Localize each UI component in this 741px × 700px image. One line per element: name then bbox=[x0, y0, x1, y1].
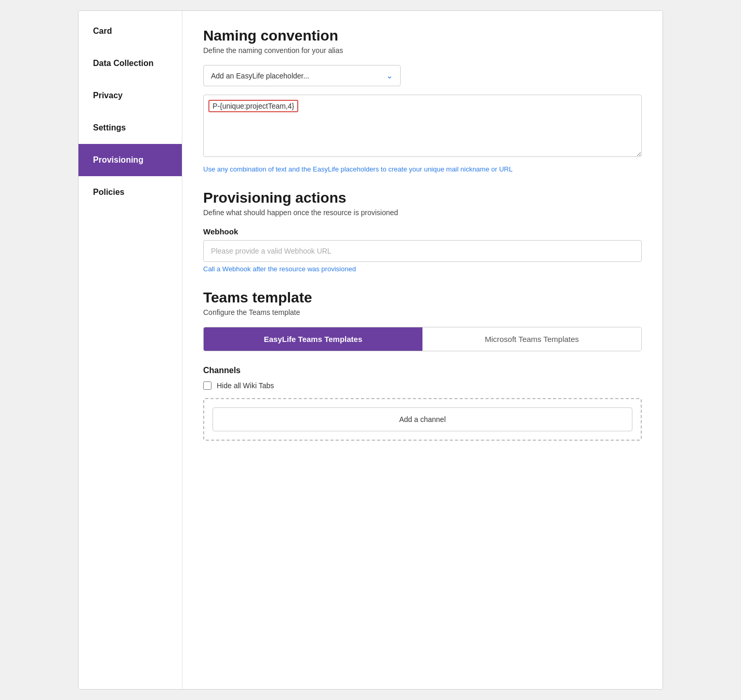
easylife-templates-button[interactable]: EasyLife Teams Templates bbox=[204, 327, 422, 351]
channels-section: Channels Hide all Wiki Tabs Add a channe… bbox=[203, 366, 642, 441]
naming-convention-section: Naming convention Define the naming conv… bbox=[203, 28, 642, 173]
channels-label: Channels bbox=[203, 366, 642, 375]
microsoft-templates-button[interactable]: Microsoft Teams Templates bbox=[422, 327, 641, 351]
naming-formula-wrapper: P-{unique:projectTeam,4} bbox=[203, 95, 642, 159]
webhook-input[interactable] bbox=[203, 240, 642, 262]
webhook-field: Webhook Call a Webhook after the resourc… bbox=[203, 227, 642, 273]
placeholder-dropdown-text: Add an EasyLife placeholder... bbox=[211, 72, 309, 80]
naming-formula-textarea[interactable] bbox=[203, 95, 642, 157]
webhook-hint: Call a Webhook after the resource was pr… bbox=[203, 265, 642, 273]
teams-template-subtitle: Configure the Teams template bbox=[203, 308, 642, 316]
sidebar-item-provisioning[interactable]: Provisioning bbox=[78, 144, 182, 176]
sidebar-item-provisioning-label: Provisioning bbox=[93, 155, 143, 165]
naming-convention-title: Naming convention bbox=[203, 28, 642, 44]
sidebar-item-privacy-label: Privacy bbox=[93, 91, 123, 100]
app-container: Card Data Collection Privacy Settings Pr… bbox=[78, 10, 663, 690]
sidebar-item-card[interactable]: Card bbox=[78, 15, 182, 47]
chevron-down-icon: ⌄ bbox=[386, 71, 393, 81]
main-content: Naming convention Define the naming conv… bbox=[182, 11, 663, 689]
sidebar-item-policies[interactable]: Policies bbox=[78, 176, 182, 208]
sidebar: Card Data Collection Privacy Settings Pr… bbox=[78, 11, 182, 689]
placeholder-dropdown-container: Add an EasyLife placeholder... ⌄ bbox=[203, 65, 642, 86]
teams-template-title: Teams template bbox=[203, 289, 642, 306]
sidebar-item-card-label: Card bbox=[93, 27, 112, 36]
add-channel-button[interactable]: Add a channel bbox=[213, 407, 632, 431]
template-toggle: EasyLife Teams Templates Microsoft Teams… bbox=[203, 327, 642, 351]
provisioning-actions-title: Provisioning actions bbox=[203, 190, 642, 206]
teams-template-section: Teams template Configure the Teams templ… bbox=[203, 289, 642, 441]
hide-wiki-label[interactable]: Hide all Wiki Tabs bbox=[217, 381, 274, 390]
hide-wiki-checkbox[interactable] bbox=[203, 381, 211, 390]
naming-hint-text: Use any combination of text and the Easy… bbox=[203, 165, 642, 173]
hide-wiki-row: Hide all Wiki Tabs bbox=[203, 381, 642, 390]
sidebar-item-data-collection[interactable]: Data Collection bbox=[78, 47, 182, 80]
provisioning-actions-section: Provisioning actions Define what should … bbox=[203, 190, 642, 273]
microsoft-templates-label: Microsoft Teams Templates bbox=[485, 335, 579, 344]
add-channel-label: Add a channel bbox=[399, 415, 446, 424]
easylife-templates-label: EasyLife Teams Templates bbox=[264, 335, 363, 344]
placeholder-dropdown[interactable]: Add an EasyLife placeholder... ⌄ bbox=[203, 65, 401, 86]
provisioning-actions-subtitle: Define what should happen once the resou… bbox=[203, 208, 642, 217]
sidebar-item-privacy[interactable]: Privacy bbox=[78, 80, 182, 112]
webhook-label: Webhook bbox=[203, 227, 642, 236]
sidebar-item-data-collection-label: Data Collection bbox=[93, 59, 153, 68]
sidebar-item-policies-label: Policies bbox=[93, 188, 124, 197]
add-channel-dashed-box: Add a channel bbox=[203, 398, 642, 441]
sidebar-item-settings-label: Settings bbox=[93, 123, 126, 133]
naming-convention-subtitle: Define the naming convention for your al… bbox=[203, 46, 642, 55]
sidebar-item-settings[interactable]: Settings bbox=[78, 112, 182, 144]
